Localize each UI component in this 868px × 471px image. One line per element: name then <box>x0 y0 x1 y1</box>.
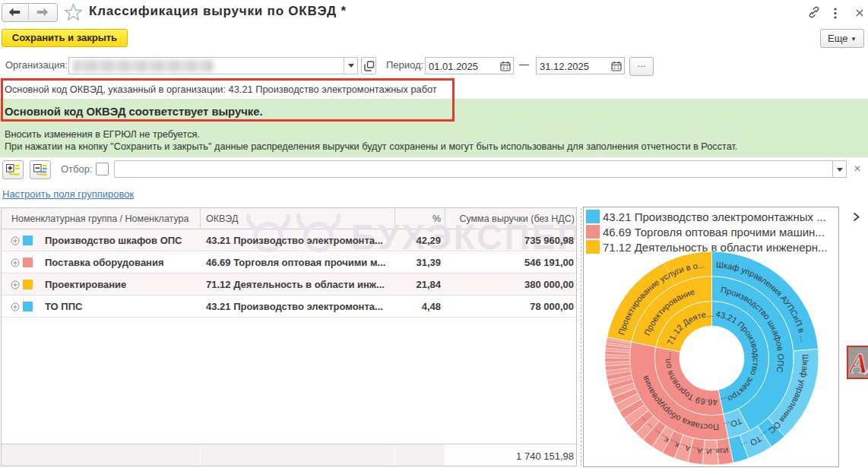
svg-text:Изв...: Изв... <box>710 446 730 456</box>
